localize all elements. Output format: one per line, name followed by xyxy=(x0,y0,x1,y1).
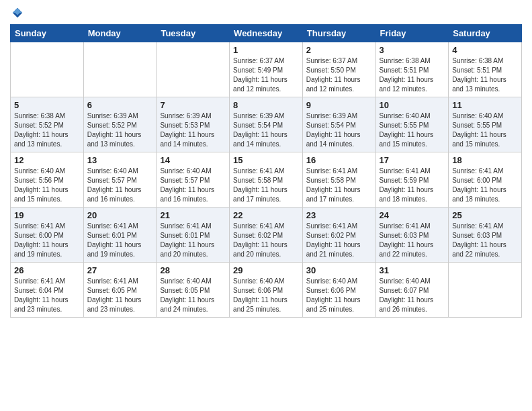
day-info: Sunrise: 6:39 AM Sunset: 5:54 PM Dayligh… xyxy=(233,111,299,149)
day-info: Sunrise: 6:41 AM Sunset: 6:04 PM Dayligh… xyxy=(14,277,80,314)
calendar-cell: 22Sunrise: 6:41 AM Sunset: 6:02 PM Dayli… xyxy=(230,208,303,263)
day-info: Sunrise: 6:40 AM Sunset: 6:06 PM Dayligh… xyxy=(233,277,299,314)
calendar-cell: 11Sunrise: 6:40 AM Sunset: 5:55 PM Dayli… xyxy=(449,97,522,152)
day-number: 5 xyxy=(14,100,80,110)
day-info: Sunrise: 6:39 AM Sunset: 5:53 PM Dayligh… xyxy=(160,111,226,149)
calendar-table: SundayMondayTuesdayWednesdayThursdayFrid… xyxy=(10,24,522,318)
calendar-cell xyxy=(83,42,157,97)
weekday-header-friday: Friday xyxy=(375,25,449,42)
weekday-header-tuesday: Tuesday xyxy=(157,25,230,42)
day-info: Sunrise: 6:39 AM Sunset: 5:54 PM Dayligh… xyxy=(306,111,372,149)
calendar-cell xyxy=(11,42,84,97)
day-number: 3 xyxy=(380,45,445,55)
calendar-cell: 10Sunrise: 6:40 AM Sunset: 5:55 PM Dayli… xyxy=(375,97,449,152)
day-info: Sunrise: 6:37 AM Sunset: 5:49 PM Dayligh… xyxy=(233,56,299,94)
day-info: Sunrise: 6:41 AM Sunset: 6:01 PM Dayligh… xyxy=(160,222,226,259)
calendar-cell: 19Sunrise: 6:41 AM Sunset: 6:00 PM Dayli… xyxy=(11,208,84,263)
day-number: 14 xyxy=(160,155,226,165)
day-info: Sunrise: 6:38 AM Sunset: 5:51 PM Dayligh… xyxy=(452,56,518,94)
day-number: 19 xyxy=(14,210,80,220)
day-number: 28 xyxy=(160,265,226,275)
calendar-cell: 8Sunrise: 6:39 AM Sunset: 5:54 PM Daylig… xyxy=(230,97,303,152)
logo-icon xyxy=(11,7,24,19)
calendar-cell: 16Sunrise: 6:41 AM Sunset: 5:58 PM Dayli… xyxy=(302,152,375,208)
day-number: 22 xyxy=(233,210,299,220)
day-number: 20 xyxy=(87,210,153,220)
day-number: 9 xyxy=(306,100,372,110)
day-info: Sunrise: 6:41 AM Sunset: 6:01 PM Dayligh… xyxy=(87,222,153,259)
calendar-cell: 15Sunrise: 6:41 AM Sunset: 5:58 PM Dayli… xyxy=(230,152,303,208)
day-number: 2 xyxy=(306,45,372,55)
day-info: Sunrise: 6:40 AM Sunset: 6:05 PM Dayligh… xyxy=(160,277,226,314)
day-number: 18 xyxy=(452,155,518,165)
calendar-cell: 28Sunrise: 6:40 AM Sunset: 6:05 PM Dayli… xyxy=(157,263,230,318)
day-number: 26 xyxy=(14,265,80,275)
weekday-header-saturday: Saturday xyxy=(449,25,522,42)
day-info: Sunrise: 6:41 AM Sunset: 5:59 PM Dayligh… xyxy=(380,167,445,204)
day-info: Sunrise: 6:41 AM Sunset: 6:00 PM Dayligh… xyxy=(14,222,80,259)
calendar-cell: 24Sunrise: 6:41 AM Sunset: 6:03 PM Dayli… xyxy=(375,208,449,263)
day-info: Sunrise: 6:40 AM Sunset: 5:55 PM Dayligh… xyxy=(380,111,445,149)
calendar-cell: 30Sunrise: 6:40 AM Sunset: 6:06 PM Dayli… xyxy=(302,263,375,318)
calendar-week-row: 5Sunrise: 6:38 AM Sunset: 5:52 PM Daylig… xyxy=(11,97,522,152)
weekday-header-row: SundayMondayTuesdayWednesdayThursdayFrid… xyxy=(11,25,522,42)
day-number: 27 xyxy=(87,265,153,275)
day-number: 7 xyxy=(160,100,226,110)
day-number: 1 xyxy=(233,45,299,55)
calendar-cell: 26Sunrise: 6:41 AM Sunset: 6:04 PM Dayli… xyxy=(11,263,84,318)
calendar-cell: 2Sunrise: 6:37 AM Sunset: 5:50 PM Daylig… xyxy=(302,42,375,97)
calendar-cell: 3Sunrise: 6:38 AM Sunset: 5:51 PM Daylig… xyxy=(375,42,449,97)
day-info: Sunrise: 6:41 AM Sunset: 6:03 PM Dayligh… xyxy=(380,222,445,259)
day-number: 15 xyxy=(233,155,299,165)
calendar-cell: 14Sunrise: 6:40 AM Sunset: 5:57 PM Dayli… xyxy=(157,152,230,208)
calendar-cell: 18Sunrise: 6:41 AM Sunset: 6:00 PM Dayli… xyxy=(449,152,522,208)
day-info: Sunrise: 6:41 AM Sunset: 6:00 PM Dayligh… xyxy=(452,167,518,204)
calendar-week-row: 19Sunrise: 6:41 AM Sunset: 6:00 PM Dayli… xyxy=(11,208,522,263)
day-number: 24 xyxy=(380,210,445,220)
calendar-cell: 13Sunrise: 6:40 AM Sunset: 5:57 PM Dayli… xyxy=(83,152,157,208)
calendar-cell: 20Sunrise: 6:41 AM Sunset: 6:01 PM Dayli… xyxy=(83,208,157,263)
calendar-cell: 17Sunrise: 6:41 AM Sunset: 5:59 PM Dayli… xyxy=(375,152,449,208)
logo xyxy=(10,7,24,19)
day-info: Sunrise: 6:41 AM Sunset: 5:58 PM Dayligh… xyxy=(233,167,299,204)
day-info: Sunrise: 6:40 AM Sunset: 6:07 PM Dayligh… xyxy=(380,277,445,314)
day-number: 17 xyxy=(380,155,445,165)
weekday-header-sunday: Sunday xyxy=(11,25,84,42)
day-number: 6 xyxy=(87,100,153,110)
calendar-week-row: 1Sunrise: 6:37 AM Sunset: 5:49 PM Daylig… xyxy=(11,42,522,97)
calendar-cell: 25Sunrise: 6:41 AM Sunset: 6:03 PM Dayli… xyxy=(449,208,522,263)
day-info: Sunrise: 6:40 AM Sunset: 5:57 PM Dayligh… xyxy=(160,167,226,204)
day-number: 10 xyxy=(380,100,445,110)
day-info: Sunrise: 6:39 AM Sunset: 5:52 PM Dayligh… xyxy=(87,111,153,149)
calendar-cell: 5Sunrise: 6:38 AM Sunset: 5:52 PM Daylig… xyxy=(11,97,84,152)
calendar-cell: 23Sunrise: 6:41 AM Sunset: 6:02 PM Dayli… xyxy=(302,208,375,263)
day-info: Sunrise: 6:41 AM Sunset: 6:03 PM Dayligh… xyxy=(452,222,518,259)
day-info: Sunrise: 6:41 AM Sunset: 6:05 PM Dayligh… xyxy=(87,277,153,314)
weekday-header-monday: Monday xyxy=(83,25,157,42)
calendar-cell: 31Sunrise: 6:40 AM Sunset: 6:07 PM Dayli… xyxy=(375,263,449,318)
calendar-cell: 6Sunrise: 6:39 AM Sunset: 5:52 PM Daylig… xyxy=(83,97,157,152)
calendar-cell: 1Sunrise: 6:37 AM Sunset: 5:49 PM Daylig… xyxy=(230,42,303,97)
day-info: Sunrise: 6:41 AM Sunset: 5:58 PM Dayligh… xyxy=(306,167,372,204)
day-info: Sunrise: 6:40 AM Sunset: 5:55 PM Dayligh… xyxy=(452,111,518,149)
day-info: Sunrise: 6:38 AM Sunset: 5:52 PM Dayligh… xyxy=(14,111,80,149)
calendar-cell: 7Sunrise: 6:39 AM Sunset: 5:53 PM Daylig… xyxy=(157,97,230,152)
calendar-week-row: 26Sunrise: 6:41 AM Sunset: 6:04 PM Dayli… xyxy=(11,263,522,318)
day-number: 4 xyxy=(452,45,518,55)
calendar-cell: 21Sunrise: 6:41 AM Sunset: 6:01 PM Dayli… xyxy=(157,208,230,263)
calendar-cell: 9Sunrise: 6:39 AM Sunset: 5:54 PM Daylig… xyxy=(302,97,375,152)
day-info: Sunrise: 6:41 AM Sunset: 6:02 PM Dayligh… xyxy=(233,222,299,259)
day-number: 31 xyxy=(380,265,445,275)
day-info: Sunrise: 6:37 AM Sunset: 5:50 PM Dayligh… xyxy=(306,56,372,94)
day-number: 11 xyxy=(452,100,518,110)
day-number: 21 xyxy=(160,210,226,220)
day-number: 25 xyxy=(452,210,518,220)
day-number: 12 xyxy=(14,155,80,165)
day-number: 30 xyxy=(306,265,372,275)
day-info: Sunrise: 6:41 AM Sunset: 6:02 PM Dayligh… xyxy=(306,222,372,259)
day-number: 13 xyxy=(87,155,153,165)
day-number: 8 xyxy=(233,100,299,110)
day-info: Sunrise: 6:40 AM Sunset: 5:57 PM Dayligh… xyxy=(87,167,153,204)
day-info: Sunrise: 6:40 AM Sunset: 6:06 PM Dayligh… xyxy=(306,277,372,314)
calendar-week-row: 12Sunrise: 6:40 AM Sunset: 5:56 PM Dayli… xyxy=(11,152,522,208)
